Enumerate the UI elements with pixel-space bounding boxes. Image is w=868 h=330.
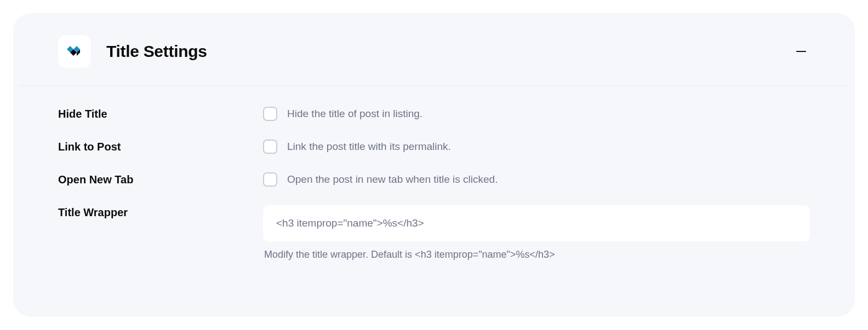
label-hide-title: Hide Title [58,107,263,120]
panel-body: Hide Title Hide the title of post in lis… [13,86,855,282]
title-settings-panel: Title Settings Hide Title Hide the title… [13,13,855,317]
desc-link-to-post: Link the post title with its permalink. [287,141,451,153]
checkbox-open-new-tab[interactable] [263,172,277,187]
control-title-wrapper: Modify the title wrapper. Default is <h3… [263,205,810,260]
helper-title-wrapper: Modify the title wrapper. Default is <h3… [263,249,810,260]
control-open-new-tab: Open the post in new tab when title is c… [263,172,810,187]
label-title-wrapper: Title Wrapper [58,205,263,219]
label-link-to-post: Link to Post [58,140,263,153]
desc-open-new-tab: Open the post in new tab when title is c… [287,173,498,186]
control-hide-title: Hide the title of post in listing. [263,107,810,121]
row-open-new-tab: Open New Tab Open the post in new tab wh… [58,172,810,187]
panel-header: Title Settings [20,13,848,86]
panel-logo-icon [58,35,91,68]
minus-icon [796,46,807,57]
row-link-to-post: Link to Post Link the post title with it… [58,140,810,154]
desc-hide-title: Hide the title of post in listing. [287,108,422,120]
row-hide-title: Hide Title Hide the title of post in lis… [58,107,810,121]
control-link-to-post: Link the post title with its permalink. [263,140,810,154]
panel-title: Title Settings [106,42,207,61]
checkbox-hide-title[interactable] [263,107,277,121]
row-title-wrapper: Title Wrapper Modify the title wrapper. … [58,205,810,260]
input-title-wrapper[interactable] [263,205,810,241]
panel-header-left: Title Settings [58,35,207,68]
collapse-button[interactable] [792,43,810,60]
logo-icon [65,42,84,61]
checkbox-link-to-post[interactable] [263,140,277,154]
label-open-new-tab: Open New Tab [58,172,263,186]
